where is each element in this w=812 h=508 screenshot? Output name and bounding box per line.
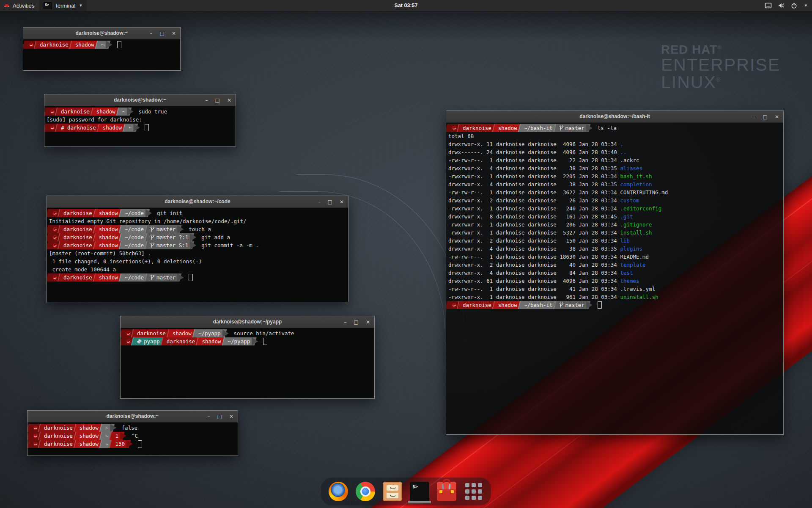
maximize-button[interactable]: □ bbox=[215, 98, 220, 103]
close-button[interactable]: ✕ bbox=[172, 31, 176, 36]
chrome-icon[interactable] bbox=[356, 482, 375, 501]
file-attributes: -rwxrwxr-x. 1 darknoise darknoise 5327 J… bbox=[448, 229, 620, 236]
maximize-button[interactable]: □ bbox=[763, 114, 768, 119]
brand-line2: ENTERPRISE bbox=[661, 56, 780, 74]
file-attributes: -rwxrwxr-x. 1 darknoise darknoise 2205 J… bbox=[448, 173, 620, 179]
terminal-content[interactable]: darknoiseshadow~/bash-itmasterls -latota… bbox=[446, 123, 783, 434]
file-name: .git bbox=[620, 213, 633, 220]
minimize-button[interactable]: – bbox=[208, 414, 210, 419]
prompt-segment-user: darknoise bbox=[41, 440, 76, 448]
app-menu-terminal[interactable]: $> Terminal ▼ bbox=[39, 0, 87, 11]
prompt-segment-host: shadow bbox=[96, 241, 121, 249]
prompt-segment-host: shadow bbox=[72, 41, 98, 49]
titlebar[interactable]: darknoise@shadow:~/code–□✕ bbox=[47, 196, 348, 208]
app-grid-icon[interactable] bbox=[464, 482, 483, 501]
file-name: completion bbox=[620, 181, 652, 188]
display-icon[interactable] bbox=[765, 3, 772, 8]
registered-mark: ® bbox=[716, 77, 721, 83]
terminal-window-home-1[interactable]: darknoise@shadow:~–□✕darknoiseshadow~ bbox=[23, 27, 181, 71]
terminal-line: drwxrwxr-x. 2 darknoise darknoise 150 Ja… bbox=[448, 237, 783, 245]
terminal-content[interactable]: darknoiseshadow~/pyappsource bin/activat… bbox=[121, 328, 374, 398]
terminal-content[interactable]: darknoiseshadow~falsedarknoiseshadow~1^C… bbox=[27, 422, 238, 456]
file-name: install.sh bbox=[620, 229, 652, 236]
file-attributes: -rw-rw-r--. 1 darknoise darknoise 22 Jan… bbox=[448, 157, 620, 163]
prompt-arrow bbox=[122, 432, 127, 440]
close-button[interactable]: ✕ bbox=[340, 199, 344, 204]
titlebar[interactable]: darknoise@shadow:~/pyapp–□✕ bbox=[121, 316, 374, 328]
firefox-icon[interactable] bbox=[329, 482, 348, 501]
terminal-window-bashit[interactable]: darknoise@shadow:~/bash-it–□✕darknoisesh… bbox=[446, 110, 784, 435]
file-attributes: -rwxrwxr-x. 1 darknoise darknoise 961 Ja… bbox=[448, 294, 620, 300]
prompt-segment-path: ~/code bbox=[121, 233, 147, 241]
prompt-segment-host: shadow bbox=[76, 440, 102, 448]
minimize-button[interactable]: – bbox=[150, 31, 153, 36]
minimize-button[interactable]: – bbox=[318, 199, 321, 204]
titlebar[interactable]: darknoise@shadow:~–□✕ bbox=[44, 94, 236, 106]
files-icon[interactable] bbox=[383, 482, 402, 501]
titlebar[interactable]: darknoise@shadow:~/bash-it–□✕ bbox=[446, 111, 783, 123]
command-text: git add a bbox=[201, 233, 230, 241]
prompt-arrow bbox=[224, 329, 230, 337]
brand-line1: RED HAT bbox=[661, 43, 718, 56]
git-branch-icon bbox=[151, 226, 154, 232]
redhat-prompt-icon bbox=[126, 339, 131, 344]
terminal-cursor[interactable] bbox=[145, 124, 149, 131]
terminal-window-exitcodes[interactable]: darknoise@shadow:~–□✕darknoiseshadow~fal… bbox=[27, 410, 238, 456]
prompt-arrow bbox=[128, 440, 134, 448]
titlebar[interactable]: darknoise@shadow:~–□✕ bbox=[27, 411, 238, 422]
terminal-cursor[interactable] bbox=[189, 274, 193, 281]
terminal-line: -rw-rw-r--. 1 darknoise darknoise 41 Jan… bbox=[448, 285, 783, 293]
volume-icon[interactable] bbox=[778, 3, 785, 8]
terminal-content[interactable]: darknoiseshadow~/codegit initInitialized… bbox=[47, 208, 348, 302]
terminal-icon[interactable]: $> bbox=[410, 482, 429, 501]
terminal-content[interactable]: darknoiseshadow~sudo true[sudo] password… bbox=[44, 106, 236, 146]
clock[interactable]: Sat 03:57 bbox=[395, 3, 418, 8]
maximize-button[interactable]: □ bbox=[217, 414, 222, 419]
chevron-down-icon: ▼ bbox=[79, 3, 82, 8]
terminal-cursor[interactable] bbox=[598, 301, 602, 309]
prompt-segment-user: darknoise bbox=[60, 241, 96, 249]
terminal-cursor[interactable] bbox=[138, 440, 142, 447]
titlebar[interactable]: darknoise@shadow:~–□✕ bbox=[23, 28, 180, 39]
prompt-segment-host: shadow bbox=[96, 209, 121, 217]
prompt-arrow bbox=[588, 301, 593, 309]
git-branch-icon bbox=[151, 243, 154, 248]
close-button[interactable]: ✕ bbox=[775, 114, 779, 119]
terminal-line: drwxrwxr-x. 61 darknoise darknoise 4096 … bbox=[448, 277, 783, 285]
minimize-button[interactable]: – bbox=[753, 114, 756, 119]
minimize-button[interactable]: – bbox=[206, 98, 208, 103]
file-attributes: drwxrwxr-x. 2 darknoise darknoise 150 Ja… bbox=[448, 237, 620, 244]
terminal-window-sudo[interactable]: darknoise@shadow:~–□✕darknoiseshadow~sud… bbox=[44, 94, 236, 146]
close-button[interactable]: ✕ bbox=[229, 414, 233, 419]
maximize-button[interactable]: □ bbox=[328, 199, 332, 204]
chevron-down-icon[interactable]: ▼ bbox=[804, 3, 808, 8]
terminal-line: darknoiseshadow~/pyappsource bin/activat… bbox=[122, 329, 374, 337]
prompt-segment-host: shadow bbox=[495, 124, 521, 132]
terminal-cursor[interactable] bbox=[263, 338, 267, 345]
terminal-line: darknoiseshadow~130 bbox=[29, 440, 238, 448]
file-name: .. bbox=[620, 149, 626, 155]
redhat-logo-icon bbox=[3, 3, 10, 8]
maximize-button[interactable]: □ bbox=[354, 320, 359, 325]
power-icon[interactable] bbox=[791, 3, 797, 9]
close-button[interactable]: ✕ bbox=[227, 98, 231, 103]
activities-button[interactable]: Activities bbox=[0, 0, 39, 11]
terminal-icon: $> bbox=[44, 2, 52, 9]
terminal-window-code[interactable]: darknoise@shadow:~/code–□✕darknoiseshado… bbox=[47, 196, 348, 302]
terminal-line: darknoiseshadow~/codemastertouch a bbox=[49, 225, 348, 233]
terminal-line: total 68 bbox=[448, 132, 783, 140]
file-attributes: -rw-rw-r--. 1 darknoise darknoise 3622 J… bbox=[448, 189, 620, 196]
terminal-cursor[interactable] bbox=[117, 41, 121, 48]
terminal-content[interactable]: darknoiseshadow~ bbox=[23, 39, 180, 70]
terminal-line: darknoiseshadow~false bbox=[29, 424, 238, 432]
terminal-line: 1 file changed, 0 insertions(+), 0 delet… bbox=[49, 257, 348, 265]
minimize-button[interactable]: – bbox=[344, 320, 347, 325]
maximize-button[interactable]: □ bbox=[160, 31, 165, 36]
software-toolbox-icon[interactable] bbox=[437, 482, 456, 501]
prompt-segment-host: shadow bbox=[96, 225, 121, 233]
terminal-window-pyapp[interactable]: darknoise@shadow:~/pyapp–□✕darknoiseshad… bbox=[120, 316, 375, 399]
file-name: bash_it.sh bbox=[620, 173, 652, 179]
prompt-segment-path: ~/bash-it bbox=[521, 301, 556, 309]
system-status-area[interactable]: ▼ bbox=[765, 0, 809, 11]
close-button[interactable]: ✕ bbox=[366, 320, 370, 325]
